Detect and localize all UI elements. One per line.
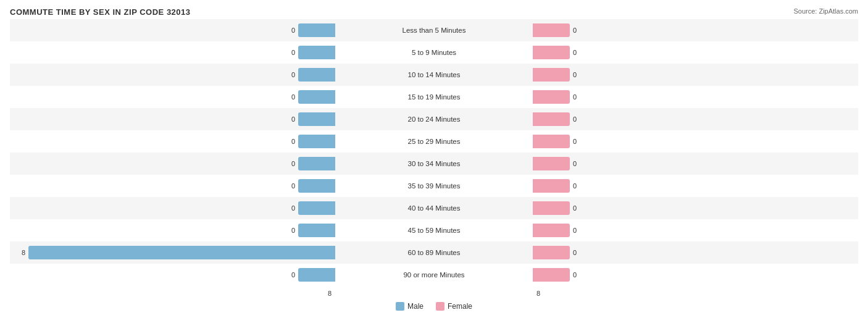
female-legend-label: Female (448, 302, 472, 311)
female-value-label: 0 (573, 227, 577, 234)
male-value-label: 0 (291, 160, 295, 167)
male-bar (28, 246, 335, 259)
female-bar (533, 224, 570, 237)
row-label: 35 to 39 Minutes (407, 182, 460, 190)
center-label: 25 to 29 Minutes (335, 130, 533, 153)
female-bar (533, 201, 570, 215)
right-side: 0 (533, 175, 858, 197)
left-side: 0 (10, 41, 335, 64)
center-label: 45 to 59 Minutes (335, 219, 533, 241)
male-legend-box (396, 302, 404, 311)
center-label: 20 to 24 Minutes (335, 108, 533, 130)
legend-female: Female (436, 302, 472, 311)
center-label: 40 to 44 Minutes (335, 197, 533, 219)
female-value-label: 0 (573, 49, 577, 56)
male-bar (298, 268, 335, 282)
female-bar (533, 157, 570, 170)
axis-right-value: 8 (533, 290, 858, 297)
male-value-label: 0 (291, 27, 295, 34)
center-label: Less than 5 Minutes (335, 19, 533, 41)
row-label: 20 to 24 Minutes (407, 115, 460, 123)
female-value-label: 0 (573, 93, 577, 101)
right-side: 0 (533, 19, 858, 41)
row-label: 15 to 19 Minutes (407, 93, 460, 101)
legend-male: Male (396, 302, 424, 311)
male-value-label: 0 (291, 271, 295, 279)
axis-left-value: 8 (10, 290, 335, 297)
row-label: 90 or more Minutes (403, 271, 464, 279)
female-value-label: 0 (573, 271, 577, 279)
left-side: 0 (10, 108, 335, 130)
male-bar (298, 201, 335, 215)
left-side: 0 (10, 86, 335, 108)
chart-row: 0 25 to 29 Minutes 0 (10, 130, 858, 153)
legend: Male Female (10, 302, 858, 311)
chart-title: COMMUTE TIME BY SEX IN ZIP CODE 32013 (10, 7, 858, 17)
male-value-label: 0 (291, 182, 295, 190)
female-value-label: 0 (573, 71, 577, 78)
axis-row: 8 8 (10, 287, 858, 300)
female-bar (533, 23, 570, 37)
female-bar (533, 246, 570, 259)
right-side: 0 (533, 219, 858, 241)
center-label: 5 to 9 Minutes (335, 41, 533, 64)
chart-row: 0 20 to 24 Minutes 0 (10, 108, 858, 130)
male-value-label: 0 (291, 93, 295, 101)
center-label: 90 or more Minutes (335, 264, 533, 286)
left-side: 0 (10, 175, 335, 197)
male-bar (298, 23, 335, 37)
row-label: 25 to 29 Minutes (407, 138, 460, 145)
right-side: 0 (533, 108, 858, 130)
chart-row: 0 35 to 39 Minutes 0 (10, 175, 858, 197)
center-label: 35 to 39 Minutes (335, 175, 533, 197)
chart-row: 0 90 or more Minutes 0 (10, 264, 858, 286)
row-label: 5 to 9 Minutes (412, 49, 456, 56)
chart-rows-container: 0 Less than 5 Minutes 0 0 5 to 9 Minutes… (10, 19, 858, 286)
center-label: 10 to 14 Minutes (335, 64, 533, 86)
right-side: 0 (533, 86, 858, 108)
male-bar (298, 90, 335, 104)
female-bar (533, 46, 570, 59)
male-bar (298, 46, 335, 59)
male-value-label: 0 (291, 49, 295, 56)
female-value-label: 0 (573, 27, 577, 34)
male-value-label: 0 (291, 138, 295, 145)
female-value-label: 0 (573, 160, 577, 167)
left-side: 0 (10, 19, 335, 41)
male-bar (298, 179, 335, 193)
male-value-label: 0 (291, 204, 295, 212)
row-label: 60 to 89 Minutes (407, 249, 460, 256)
male-bar (298, 68, 335, 82)
female-bar (533, 112, 570, 126)
male-value-label: 0 (291, 227, 295, 234)
female-value-label: 0 (573, 138, 577, 145)
row-label: 30 to 34 Minutes (407, 160, 460, 167)
chart-row: 0 40 to 44 Minutes 0 (10, 197, 858, 219)
row-label: 40 to 44 Minutes (407, 204, 460, 212)
right-side: 0 (533, 130, 858, 153)
female-bar (533, 179, 570, 193)
male-bar (298, 135, 335, 148)
center-label: 15 to 19 Minutes (335, 86, 533, 108)
right-side: 0 (533, 153, 858, 175)
female-value-label: 0 (573, 115, 577, 123)
male-bar (298, 112, 335, 126)
left-side: 0 (10, 197, 335, 219)
row-label: 45 to 59 Minutes (407, 227, 460, 234)
chart-row: 0 45 to 59 Minutes 0 (10, 219, 858, 241)
row-label: 10 to 14 Minutes (407, 71, 460, 78)
left-side: 0 (10, 130, 335, 153)
left-side: 8 (10, 241, 335, 264)
chart-row: 0 15 to 19 Minutes 0 (10, 86, 858, 108)
male-value-label: 8 (22, 249, 25, 256)
chart-container: COMMUTE TIME BY SEX IN ZIP CODE 32013 So… (0, 0, 868, 323)
source-text: Source: ZipAtlas.com (793, 7, 858, 15)
male-bar (298, 157, 335, 170)
female-value-label: 0 (573, 204, 577, 212)
female-legend-box (436, 302, 444, 311)
center-label: 30 to 34 Minutes (335, 153, 533, 175)
row-label: Less than 5 Minutes (403, 27, 466, 34)
female-bar (533, 135, 570, 148)
right-side: 0 (533, 41, 858, 64)
female-value-label: 0 (573, 182, 577, 190)
